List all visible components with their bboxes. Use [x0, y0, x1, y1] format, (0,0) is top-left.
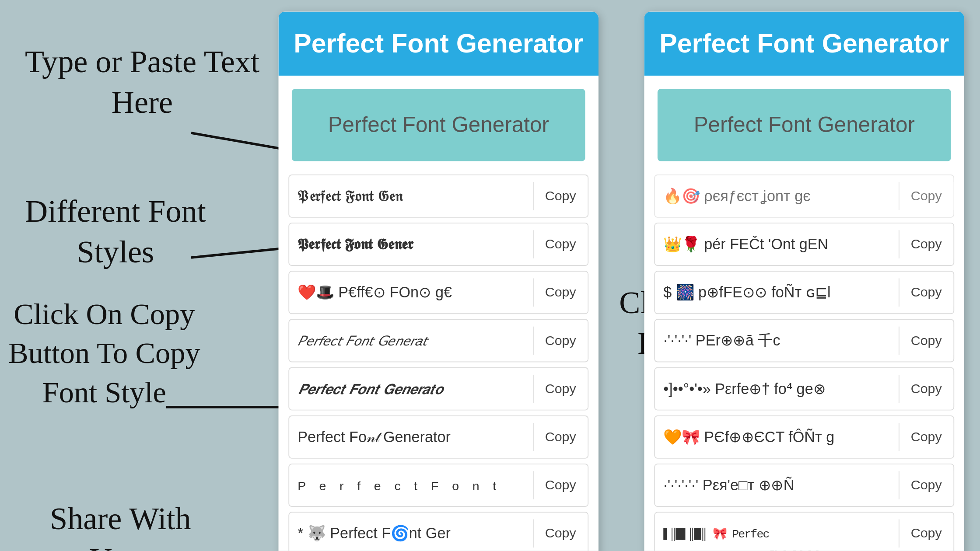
right-panel-header: Perfect Font Generator	[644, 12, 965, 76]
right-copy-btn-1[interactable]: Copy	[898, 230, 953, 258]
right-font-row-1: 👑🌹 pér FEČt 'Ont gEN Copy	[654, 223, 954, 266]
copy-btn-2[interactable]: Copy	[532, 230, 588, 258]
right-font-row-4: •]••°•'•» Pεrfe⊕† fo⁴ ge⊗ Copy	[654, 367, 954, 411]
copy-btn-6[interactable]: Copy	[532, 423, 588, 451]
right-font-row-7: ▌║█▌║█║ 🎀 Perfec Copy	[654, 512, 954, 551]
font-row-6: Perfect Fo𝓃𝓉 Generator Copy	[288, 415, 588, 459]
font-text-3: ❤️🎩 P€ff€⊙ FOn⊙ g€	[289, 277, 532, 308]
right-font-row-partial: 🔥🎯 ρєяƒєcт ʝonт gє Copy	[654, 174, 954, 218]
right-font-text-5: 🧡🎀 ΡЄf⊕⊕ЄCΤ fÔÑт g	[655, 421, 898, 453]
annotation-click: Click On CopyButton To CopyFont Style	[8, 295, 200, 412]
left-panel: Perfect Font Generator Perfect Font Gene…	[279, 12, 599, 551]
copy-btn-1[interactable]: Copy	[532, 182, 588, 210]
right-font-row-6: ·'·'·'·'·' Pεя'е□т ⊕⊕Ñ Copy	[654, 464, 954, 507]
copy-btn-7[interactable]: Copy	[532, 471, 588, 499]
font-row-3: ❤️🎩 P€ff€⊙ FOn⊙ g€ Copy	[288, 271, 588, 314]
left-panel-header: Perfect Font Generator	[279, 12, 599, 76]
font-row-1: 𝔓𝔢𝔯𝔣𝔢𝔠𝔱 𝔉𝔬𝔫𝔱 𝔊𝔢𝔫 Copy	[288, 174, 588, 218]
font-text-6: Perfect Fo𝓃𝓉 Generator	[289, 422, 532, 452]
right-copy-btn-4[interactable]: Copy	[898, 375, 953, 403]
right-copy-btn-7[interactable]: Copy	[898, 520, 953, 548]
copy-btn-5[interactable]: Copy	[532, 375, 588, 403]
right-copy-btn-6[interactable]: Copy	[898, 471, 953, 499]
right-font-text-4: •]••°•'•» Pεrfe⊕† fo⁴ ge⊗	[655, 373, 898, 405]
font-text-4: 𝘗𝘦𝘳𝘧𝘦𝘤𝘵 𝘍𝘰𝘯𝘵 𝘎𝘦𝘯𝘦𝘳𝘢𝘵	[289, 325, 532, 356]
annotation-type: Type or Paste TextHere	[25, 42, 259, 124]
left-panel-input[interactable]: Perfect Font Generator	[292, 89, 585, 161]
copy-btn-8[interactable]: Copy	[532, 520, 588, 548]
right-panel-input[interactable]: Perfect Font Generator	[658, 89, 951, 161]
right-font-text-partial: 🔥🎯 ρєяƒєcт ʝonт gє	[655, 180, 898, 212]
right-copy-btn-2[interactable]: Copy	[898, 279, 953, 307]
font-row-2: 𝕻𝖊𝖗𝖋𝖊𝖈𝖙 𝕱𝖔𝖓𝖙 𝕲𝖊𝖓𝖊𝖗 Copy	[288, 223, 588, 266]
right-font-row-2: $ 🎆 p⊕fFE⊙⊙ foÑт ɢ⊑l Copy	[654, 271, 954, 314]
font-row-7: P e r f e c t F o n t Copy	[288, 464, 588, 507]
right-font-text-1: 👑🌹 pér FEČt 'Ont gEN	[655, 229, 898, 260]
right-font-row-3: ·'·'·'·' ΡΕr⊕⊕ā 千c Copy	[654, 319, 954, 363]
font-row-5: 𝙋𝙚𝙧𝙛𝙚𝙘𝙩 𝙁𝙤𝙣𝙩 𝙂𝙚𝙣𝙚𝙧𝙖𝙩𝙤 Copy	[288, 367, 588, 411]
font-row-4: 𝘗𝘦𝘳𝘧𝘦𝘤𝘵 𝘍𝘰𝘯𝘵 𝘎𝘦𝘯𝘦𝘳𝘢𝘵 Copy	[288, 319, 588, 363]
right-font-text-6: ·'·'·'·'·' Pεя'е□т ⊕⊕Ñ	[655, 470, 898, 501]
copy-btn-3[interactable]: Copy	[532, 279, 588, 307]
font-text-5: 𝙋𝙚𝙧𝙛𝙚𝙘𝙩 𝙁𝙤𝙣𝙩 𝙂𝙚𝙣𝙚𝙧𝙖𝙩𝙤	[289, 373, 532, 404]
right-panel: Perfect Font Generator Perfect Font Gene…	[644, 12, 965, 551]
right-copy-btn-3[interactable]: Copy	[898, 327, 953, 355]
font-text-7: P e r f e c t F o n t	[289, 471, 532, 499]
right-copy-btn-partial[interactable]: Copy	[898, 182, 953, 210]
copy-btn-4[interactable]: Copy	[532, 327, 588, 355]
annotation-share-left: Share WithYourFriends!!	[50, 499, 191, 551]
annotation-diff: Different FontStyles	[25, 191, 206, 273]
font-text-8: * 🐺 Perfect F🌀nt Ger	[289, 518, 532, 549]
font-row-8: * 🐺 Perfect F🌀nt Ger Copy	[288, 512, 588, 551]
right-font-text-7: ▌║█▌║█║ 🎀 Perfec	[655, 520, 898, 547]
font-text-2: 𝕻𝖊𝖗𝖋𝖊𝖈𝖙 𝕱𝖔𝖓𝖙 𝕲𝖊𝖓𝖊𝖗	[289, 229, 532, 259]
font-text-1: 𝔓𝔢𝔯𝔣𝔢𝔠𝔱 𝔉𝔬𝔫𝔱 𝔊𝔢𝔫	[289, 181, 532, 211]
right-font-text-2: $ 🎆 p⊕fFE⊙⊙ foÑт ɢ⊑l	[655, 277, 898, 308]
right-font-row-5: 🧡🎀 ΡЄf⊕⊕ЄCΤ fÔÑт g Copy	[654, 415, 954, 459]
right-font-text-3: ·'·'·'·' ΡΕr⊕⊕ā 千c	[655, 324, 898, 357]
right-copy-btn-5[interactable]: Copy	[898, 423, 953, 451]
